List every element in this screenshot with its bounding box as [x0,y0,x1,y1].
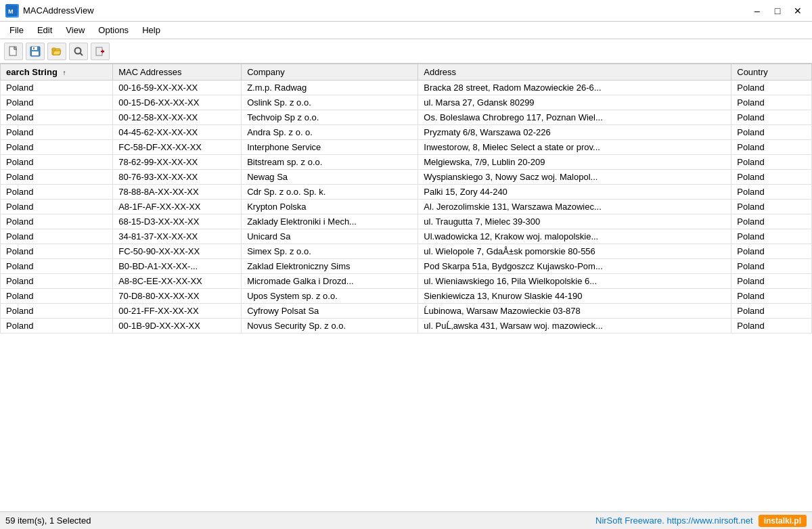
title-bar: M MACAddressView – □ ✕ [0,0,812,22]
cell-search: Poland [1,95,113,110]
cell-mac: A8-8C-EE-XX-XX-XX [113,274,242,289]
cell-company: Cyfrowy Polsat Sa [242,304,418,319]
cell-search: Poland [1,125,113,140]
close-button[interactable]: ✕ [789,3,807,18]
cell-search: Poland [1,259,113,274]
cell-mac: 70-D8-80-XX-XX-XX [113,289,242,304]
cell-country: Poland [731,95,812,110]
cell-mac: FC-50-90-XX-XX-XX [113,244,242,259]
cell-country: Poland [731,289,812,304]
cell-mac: 00-21-FF-XX-XX-XX [113,304,242,319]
cell-mac: 04-45-62-XX-XX-XX [113,125,242,140]
table-row[interactable]: Poland68-15-D3-XX-XX-XXZaklady Elektroni… [1,214,812,229]
nirsoft-link[interactable]: NirSoft Freeware. https://www.nirsoft.ne… [595,515,753,526]
table-header-row: earch String ↑ MAC Addresses Company Add… [1,64,812,80]
instalki-badge: instalki.pl [759,515,807,527]
new-icon [8,46,19,57]
cell-address: Wyspianskiego 3, Nowy Sacz woj. Malopol.… [418,170,731,185]
cell-address: Bracka 28 street, Radom Mazowieckie 26-6… [418,80,731,95]
status-text: 59 item(s), 1 Selected [5,515,91,526]
status-bar: 59 item(s), 1 Selected NirSoft Freeware.… [0,511,812,529]
table-row[interactable]: PolandA8-8C-EE-XX-XX-XXMicromade Galka i… [1,274,812,289]
cell-country: Poland [731,170,812,185]
cell-address: Os. Boleslawa Chrobrego 117, Poznan Wiel… [418,110,731,125]
menu-help[interactable]: Help [135,24,167,37]
cell-company: Bitstream sp. z o.o. [242,155,418,170]
cell-search: Poland [1,289,113,304]
cell-address: ul. Traugutta 7, Mielec 39-300 [418,214,731,229]
cell-company: Cdr Sp. z o.o. Sp. k. [242,185,418,200]
find-button[interactable] [69,43,88,60]
table-row[interactable]: Poland00-12-58-XX-XX-XXTechvoip Sp z o.o… [1,110,812,125]
new-button[interactable] [4,43,23,60]
cell-country: Poland [731,244,812,259]
title-bar-left: M MACAddressView [5,4,94,18]
cell-company: Oslink Sp. z o.o. [242,95,418,110]
open-button[interactable] [47,43,66,60]
table-row[interactable]: Poland80-76-93-XX-XX-XXNewag SaWyspiansk… [1,170,812,185]
maximize-button[interactable]: □ [769,3,786,18]
table-row[interactable]: Poland00-21-FF-XX-XX-XXCyfrowy Polsat Sa… [1,304,812,319]
cell-address: Ul.wadowicka 12, Krakow woj. malopolskie… [418,229,731,244]
cell-company: Z.m.p. Radwag [242,80,418,95]
cell-address: Al. Jerozolimskie 131, Warszawa Mazowiec… [418,200,731,214]
app-title: MACAddressView [23,5,94,16]
menu-file[interactable]: File [3,24,30,37]
data-table: earch String ↑ MAC Addresses Company Add… [0,64,812,334]
table-row[interactable]: PolandB0-BD-A1-XX-XX-...Zaklad Elektroni… [1,259,812,274]
table-row[interactable]: PolandFC-50-90-XX-XX-XXSimex Sp. z o.o.u… [1,244,812,259]
cell-search: Poland [1,214,113,229]
cell-country: Poland [731,80,812,95]
cell-address: Inwestorow, 8, Mielec Select a state or … [418,140,731,155]
cell-country: Poland [731,214,812,229]
minimize-button[interactable]: – [748,3,766,18]
data-table-container[interactable]: earch String ↑ MAC Addresses Company Add… [0,64,812,511]
cell-address: ul. PuĹ‚awska 431, Warsaw woj. mazowieck… [418,319,731,334]
cell-company: Micromade Galka i Drozd... [242,274,418,289]
svg-text:M: M [8,8,14,15]
table-row[interactable]: Poland78-88-8A-XX-XX-XXCdr Sp. z o.o. Sp… [1,185,812,200]
cell-search: Poland [1,185,113,200]
table-row[interactable]: Poland00-15-D6-XX-XX-XXOslink Sp. z o.o.… [1,95,812,110]
table-row[interactable]: Poland00-1B-9D-XX-XX-XXNovus Security Sp… [1,319,812,334]
svg-marker-10 [53,51,61,55]
find-icon [73,46,84,57]
cell-company: Novus Security Sp. z o.o. [242,319,418,334]
svg-point-11 [75,47,81,53]
cell-address: Palki 15, Zory 44-240 [418,185,731,200]
col-header-search[interactable]: earch String ↑ [1,64,113,80]
status-right: NirSoft Freeware. https://www.nirsoft.ne… [595,515,807,527]
menu-edit[interactable]: Edit [30,24,59,37]
cell-company: Simex Sp. z o.o. [242,244,418,259]
cell-company: Krypton Polska [242,200,418,214]
cell-country: Poland [731,304,812,319]
menu-options[interactable]: Options [91,24,135,37]
cell-search: Poland [1,170,113,185]
cell-country: Poland [731,200,812,214]
cell-search: Poland [1,110,113,125]
cell-search: Poland [1,80,113,95]
col-header-address[interactable]: Address [418,64,731,80]
col-header-country[interactable]: Country [731,64,812,80]
col-header-mac[interactable]: MAC Addresses [113,64,242,80]
table-row[interactable]: PolandFC-58-DF-XX-XX-XXInterphone Servic… [1,140,812,155]
cell-mac: 00-1B-9D-XX-XX-XX [113,319,242,334]
table-row[interactable]: Poland04-45-62-XX-XX-XXAndra Sp. z o. o.… [1,125,812,140]
cell-address: Pod Skarpa 51a, Bydgoszcz Kujawsko-Pom..… [418,259,731,274]
save-icon [30,46,41,57]
table-row[interactable]: Poland78-62-99-XX-XX-XXBitstream sp. z o… [1,155,812,170]
exit-button[interactable] [91,43,110,60]
col-header-company[interactable]: Company [242,64,418,80]
save-button[interactable] [26,43,45,60]
window-controls: – □ ✕ [748,3,807,18]
table-row[interactable]: Poland00-16-59-XX-XX-XXZ.m.p. RadwagBrac… [1,80,812,95]
table-row[interactable]: Poland34-81-37-XX-XX-XXUnicard SaUl.wado… [1,229,812,244]
toolbar [0,39,812,64]
table-row[interactable]: PolandA8-1F-AF-XX-XX-XXKrypton PolskaAl.… [1,200,812,214]
svg-line-12 [81,53,83,55]
cell-company: Newag Sa [242,170,418,185]
cell-search: Poland [1,229,113,244]
cell-search: Poland [1,155,113,170]
menu-view[interactable]: View [59,24,91,37]
table-row[interactable]: Poland70-D8-80-XX-XX-XXUpos System sp. z… [1,289,812,304]
